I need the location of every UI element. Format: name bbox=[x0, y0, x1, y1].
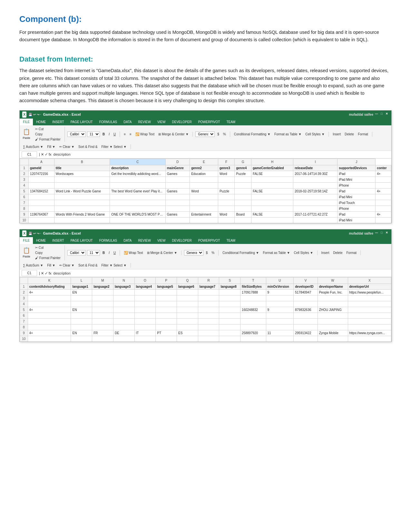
table-cell[interactable]: 170917888 bbox=[240, 290, 266, 295]
fill-btn-1[interactable]: Fill ▼ bbox=[46, 144, 56, 149]
col-e-1[interactable]: E bbox=[190, 159, 218, 165]
dollar-btn-2[interactable]: $ bbox=[205, 250, 209, 255]
table-cell[interactable] bbox=[165, 206, 190, 211]
row-header[interactable]: 6 bbox=[20, 194, 29, 200]
tab-home-2[interactable]: HOME bbox=[33, 237, 49, 244]
table-cell[interactable] bbox=[28, 336, 71, 342]
table-cell[interactable] bbox=[294, 301, 318, 307]
table-cell[interactable] bbox=[293, 177, 338, 182]
table-cell[interactable] bbox=[54, 206, 110, 211]
table-cell[interactable] bbox=[294, 313, 318, 319]
size-select-2[interactable]: 11 bbox=[87, 250, 100, 256]
number-format-2[interactable]: General bbox=[184, 250, 203, 256]
table-cell[interactable] bbox=[110, 217, 165, 223]
format-btn-1[interactable]: Format bbox=[357, 132, 369, 137]
table-cell[interactable] bbox=[219, 313, 240, 319]
table-cell[interactable] bbox=[218, 217, 234, 223]
table-cell[interactable] bbox=[177, 290, 198, 295]
table-cell[interactable] bbox=[92, 336, 113, 342]
percent-btn-1[interactable]: % bbox=[222, 132, 227, 137]
table-cell[interactable] bbox=[240, 324, 266, 330]
col-s-2[interactable]: S bbox=[219, 277, 240, 284]
table-cell[interactable] bbox=[198, 301, 219, 307]
tab-review-1[interactable]: REVIEW bbox=[135, 119, 154, 125]
table-cell[interactable] bbox=[218, 182, 234, 188]
table-cell[interactable] bbox=[376, 206, 391, 211]
cut-btn-2[interactable]: ✂ Cut bbox=[34, 245, 62, 250]
row-header[interactable]: 7 bbox=[20, 319, 28, 324]
table-cell[interactable] bbox=[156, 290, 177, 295]
table-cell[interactable] bbox=[28, 313, 71, 319]
table-cell[interactable]: People Fun, Inc. bbox=[318, 290, 348, 295]
table-cell[interactable] bbox=[28, 319, 71, 324]
cell-ref-2[interactable]: C1 bbox=[22, 270, 37, 276]
table-cell[interactable]: 4+ bbox=[28, 290, 71, 295]
table-cell[interactable] bbox=[134, 295, 156, 301]
table-cell[interactable] bbox=[54, 217, 110, 223]
table-cell[interactable] bbox=[113, 319, 134, 324]
format-painter-btn-1[interactable]: 🖌 Format Painter bbox=[34, 137, 62, 142]
table-cell[interactable] bbox=[235, 217, 251, 223]
table-cell[interactable] bbox=[219, 324, 240, 330]
tab-powerpivot-1[interactable]: POWERPIVOT bbox=[195, 119, 223, 125]
table-cell[interactable]: conter bbox=[376, 165, 391, 171]
tab-view-1[interactable]: VIEW bbox=[154, 119, 169, 125]
tab-insert-2[interactable]: INSERT bbox=[49, 237, 67, 244]
table-cell[interactable]: language7 bbox=[198, 284, 219, 290]
italic-btn-2[interactable]: I bbox=[107, 250, 111, 255]
table-cell[interactable]: iPad Mini bbox=[338, 217, 376, 223]
table-cell[interactable] bbox=[177, 301, 198, 307]
table-cell[interactable]: mainGenre bbox=[165, 165, 190, 171]
table-cell[interactable] bbox=[293, 217, 338, 223]
table-cell[interactable]: Word bbox=[190, 188, 218, 194]
tab-team-1[interactable]: TEAM bbox=[223, 119, 239, 125]
table-cell[interactable] bbox=[240, 319, 266, 324]
col-n-2[interactable]: N bbox=[113, 277, 134, 284]
table-cell[interactable] bbox=[251, 206, 293, 211]
sort-btn-2[interactable]: Sort & Find & bbox=[77, 263, 99, 268]
table-cell[interactable] bbox=[134, 290, 156, 295]
table-cell[interactable] bbox=[218, 206, 234, 211]
table-cell[interactable]: genre2 bbox=[190, 165, 218, 171]
paste-btn-2[interactable]: 📋 bbox=[22, 247, 31, 254]
table-cell[interactable] bbox=[240, 295, 266, 301]
row-header[interactable]: 3 bbox=[20, 295, 28, 301]
table-cell[interactable] bbox=[219, 295, 240, 301]
table-cell[interactable] bbox=[294, 319, 318, 324]
tab-formulas-1[interactable]: FORMULAS bbox=[96, 119, 121, 125]
table-cell[interactable]: language8 bbox=[219, 284, 240, 290]
table-cell[interactable]: 4+ bbox=[376, 211, 391, 217]
tab-developer-2[interactable]: DEVELOPER bbox=[169, 237, 195, 244]
minimize-btn-2[interactable]: — bbox=[375, 231, 378, 235]
table-cell[interactable]: 11 bbox=[266, 330, 294, 336]
col-i-1[interactable]: I bbox=[293, 159, 338, 165]
table-cell[interactable] bbox=[28, 324, 71, 330]
table-cell[interactable] bbox=[218, 200, 234, 206]
col-m-2[interactable]: M bbox=[92, 277, 113, 284]
table-cell[interactable]: 2018-02-25T19:58:14Z bbox=[293, 188, 338, 194]
table-cell[interactable] bbox=[294, 336, 318, 342]
table-cell[interactable]: ZHOU JIAPING bbox=[318, 307, 348, 313]
row-header[interactable]: 2 bbox=[20, 171, 29, 177]
table-cell[interactable] bbox=[266, 324, 294, 330]
row-header[interactable]: 5 bbox=[20, 307, 28, 313]
row-header[interactable]: 6 bbox=[20, 313, 28, 319]
wrap-text-btn-1[interactable]: 🔁 Wrap Text bbox=[134, 132, 156, 137]
table-cell[interactable] bbox=[29, 217, 54, 223]
table-cell[interactable] bbox=[156, 313, 177, 319]
table-cell[interactable] bbox=[235, 188, 251, 194]
table-cell[interactable]: minOsVersion bbox=[266, 284, 294, 290]
table-cell[interactable] bbox=[376, 177, 391, 182]
clear-btn-2[interactable]: ✏ Clear ▼ bbox=[58, 263, 76, 268]
table-cell[interactable]: FALSE bbox=[251, 188, 293, 194]
col-a-1[interactable]: A bbox=[29, 159, 54, 165]
tab-data-1[interactable]: DATA bbox=[120, 119, 135, 125]
table-cell[interactable] bbox=[156, 324, 177, 330]
table-cell[interactable]: ES bbox=[177, 330, 198, 336]
col-x-2[interactable]: X bbox=[348, 277, 391, 284]
table-cell[interactable] bbox=[348, 307, 391, 313]
table-cell[interactable] bbox=[219, 307, 240, 313]
table-cell[interactable] bbox=[251, 177, 293, 182]
col-b-1[interactable]: B bbox=[54, 159, 110, 165]
table-cell[interactable] bbox=[110, 200, 165, 206]
